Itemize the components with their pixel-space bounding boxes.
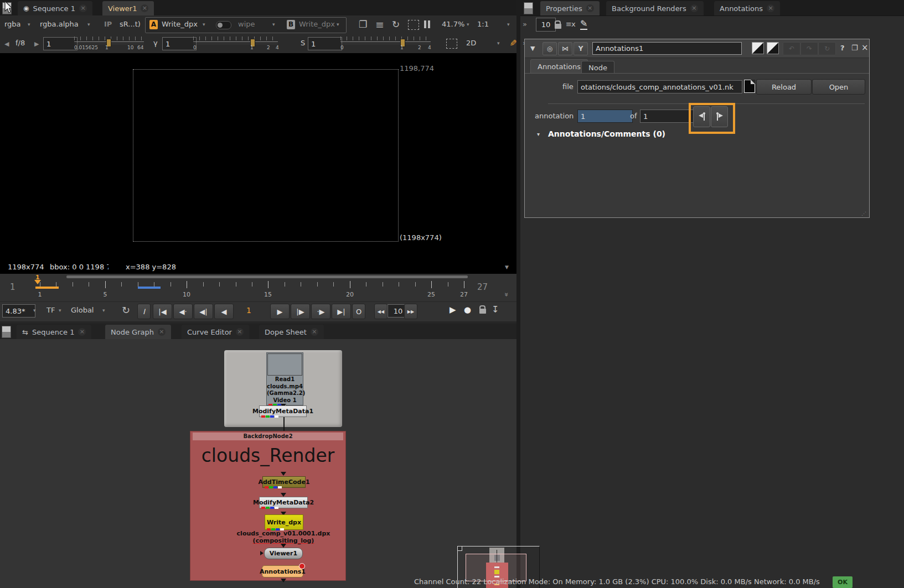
channels-dropdown[interactable]: rgba bbox=[4, 20, 21, 28]
fps-input[interactable]: 4.83* bbox=[2, 304, 35, 318]
viewer-lut-dropdown[interactable]: sR...t) bbox=[120, 20, 141, 28]
close-icon[interactable]: × bbox=[311, 328, 318, 336]
pane-menu-icon[interactable] bbox=[2, 326, 11, 338]
pane-splitter[interactable] bbox=[516, 0, 520, 588]
b-input-dropdown[interactable]: Write_dpx bbox=[299, 20, 335, 28]
lock-icon[interactable] bbox=[479, 309, 486, 314]
collapse-triangle-icon[interactable]: ▼ bbox=[530, 45, 535, 52]
tab-properties[interactable]: Properties × bbox=[540, 1, 600, 15]
render-export-icon[interactable]: ↧ bbox=[492, 304, 499, 315]
step-back-button[interactable]: ◀| bbox=[194, 304, 213, 319]
tab-annotations[interactable]: Annotations × bbox=[714, 1, 780, 15]
minimap-handle[interactable] bbox=[457, 546, 462, 551]
flipbook-icon[interactable]: ▶ bbox=[450, 305, 456, 315]
playhead-marker[interactable] bbox=[34, 280, 41, 284]
b-input-badge[interactable]: B bbox=[287, 20, 295, 29]
close-icon[interactable]: × bbox=[586, 4, 594, 12]
jump-forward-button[interactable]: ▶▶ bbox=[404, 304, 417, 319]
node-tab-annotations[interactable]: Annotations bbox=[530, 59, 588, 74]
input-process-toggle[interactable]: IP bbox=[104, 20, 112, 28]
wipe-toggle[interactable] bbox=[216, 21, 231, 29]
comments-section-header[interactable]: Annotations/Comments (0) bbox=[548, 129, 665, 138]
pencil-icon[interactable]: ✎ bbox=[580, 18, 587, 30]
gamma-input[interactable]: 1 bbox=[162, 37, 197, 50]
saturation-slider[interactable]: 0 1 2 4 bbox=[340, 37, 431, 51]
monitor-out-icon[interactable]: ❐ bbox=[359, 19, 367, 30]
prev-keyframe-button[interactable]: ◀· bbox=[173, 304, 193, 319]
tf-dropdown[interactable]: TF bbox=[47, 306, 55, 314]
proxy-ratio-dropdown[interactable]: 1:1 bbox=[477, 20, 489, 28]
help-icon[interactable]: ? bbox=[840, 44, 845, 52]
close-icon[interactable]: × bbox=[690, 4, 698, 12]
node-viewer1[interactable]: Viewer1 bbox=[264, 548, 303, 559]
node-addtimecode1[interactable]: AddTimeCode1 bbox=[262, 476, 306, 488]
collapse-icon[interactable]: » bbox=[503, 293, 511, 297]
center-node-icon[interactable]: ◎ bbox=[543, 42, 557, 55]
node-modifymetadata2[interactable]: ModifyMetaData2 bbox=[259, 497, 308, 508]
zoom-level-dropdown[interactable]: 41.7% bbox=[442, 20, 464, 28]
next-annotation-button[interactable] bbox=[711, 106, 728, 127]
roi-icon[interactable] bbox=[446, 39, 457, 49]
collapse-icon[interactable]: » bbox=[523, 20, 527, 28]
tab-node-graph[interactable]: Node Graph × bbox=[105, 325, 171, 339]
mask-input-icon[interactable]: ⋈ bbox=[558, 42, 572, 55]
node-modifymetadata1[interactable]: ModifyMetaData1 bbox=[259, 405, 307, 417]
close-icon[interactable]: × bbox=[141, 4, 148, 12]
annotation-total-input[interactable]: 1 bbox=[640, 110, 694, 123]
prev-annotation-button[interactable] bbox=[693, 106, 710, 127]
max-panels-input[interactable]: 10 bbox=[536, 18, 556, 32]
close-icon[interactable]: × bbox=[236, 328, 244, 336]
go-start-button[interactable]: |◀ bbox=[153, 304, 172, 319]
timeline-scrollbar[interactable] bbox=[66, 275, 468, 278]
next-fstop-icon[interactable]: ▶ bbox=[34, 40, 39, 48]
saturation-input[interactable]: 1 bbox=[308, 37, 342, 50]
node-write-dpx[interactable]: Write_dpx bbox=[265, 514, 303, 530]
jump-back-button[interactable]: ◀◀ bbox=[374, 304, 388, 319]
refresh-icon[interactable]: ↻ bbox=[392, 19, 400, 30]
out-point-button[interactable]: O bbox=[352, 304, 365, 319]
undo-icon[interactable]: ↶ bbox=[783, 42, 800, 55]
tab-sequence-1-dag[interactable]: ⇆ Sequence 1 × bbox=[17, 325, 91, 339]
unlock-icon[interactable] bbox=[555, 24, 561, 29]
backdrop-title-bar[interactable]: BackdropNode2 bbox=[193, 433, 343, 440]
a-input-badge[interactable]: A bbox=[149, 20, 158, 29]
node-annotations1[interactable]: Annotations1 bbox=[262, 565, 303, 577]
play-button[interactable]: ▶ bbox=[270, 304, 290, 319]
viewer-canvas[interactable]: 1198,774 (1198x774) bbox=[0, 53, 516, 260]
chevron-down-icon[interactable]: ▾ bbox=[33, 308, 36, 313]
gain-slider[interactable]: 0.015625 1 10 64 bbox=[74, 37, 144, 51]
node-color-swatch[interactable] bbox=[752, 42, 764, 54]
tab-background-renders[interactable]: Background Renders × bbox=[606, 1, 704, 15]
gamma-slider[interactable]: 0 1 2 4 bbox=[193, 37, 278, 51]
open-button[interactable]: Open bbox=[812, 79, 865, 95]
file-browser-icon[interactable] bbox=[744, 80, 755, 93]
file-path-input[interactable]: otations/clouds_comp_annotations_v01.nk bbox=[577, 80, 742, 93]
go-end-button[interactable]: ▶| bbox=[332, 304, 351, 319]
info-expand-icon[interactable]: ▼ bbox=[505, 264, 509, 270]
resize-grip[interactable]: ⋰ bbox=[861, 211, 867, 216]
close-panel-icon[interactable]: × bbox=[861, 43, 869, 53]
float-panel-icon[interactable]: ❐ bbox=[851, 44, 858, 52]
tab-sequence-1[interactable]: ◉ Sequence 1 × bbox=[18, 1, 92, 15]
step-forward-button[interactable]: |▶ bbox=[291, 304, 310, 319]
stack-mode-icon[interactable]: ≡ bbox=[375, 18, 384, 30]
in-point-button[interactable]: I bbox=[137, 304, 151, 319]
annotation-index-input[interactable]: 1 bbox=[577, 110, 633, 123]
disclosure-triangle-icon[interactable]: ▾ bbox=[537, 131, 540, 137]
node-graph[interactable]: Read1 clouds.mp4 (Gamma2.2) Video 1 Modi… bbox=[0, 339, 516, 588]
play-backward-button[interactable]: ◀ bbox=[214, 304, 234, 319]
revert-icon[interactable]: ↻ bbox=[818, 42, 836, 55]
tab-dope-sheet[interactable]: Dope Sheet × bbox=[259, 325, 324, 339]
close-icon[interactable]: × bbox=[79, 4, 87, 12]
view-mode-dropdown[interactable]: 2D bbox=[466, 39, 476, 47]
node-tab-node[interactable]: Node bbox=[581, 61, 614, 74]
close-icon[interactable]: × bbox=[158, 328, 166, 336]
gain-input[interactable]: 1 bbox=[43, 37, 78, 50]
record-icon[interactable]: ● bbox=[464, 305, 471, 315]
tab-curve-editor[interactable]: Curve Editor × bbox=[182, 325, 249, 339]
layer-dropdown[interactable]: rgba.alpha bbox=[40, 20, 79, 28]
clear-panels-icon[interactable]: ≡x bbox=[566, 20, 575, 28]
tab-viewer1[interactable]: Viewer1 × bbox=[102, 1, 154, 15]
loop-mode-icon[interactable]: ↻ bbox=[122, 304, 130, 316]
a-input-dropdown[interactable]: Write_dpx bbox=[162, 20, 198, 28]
